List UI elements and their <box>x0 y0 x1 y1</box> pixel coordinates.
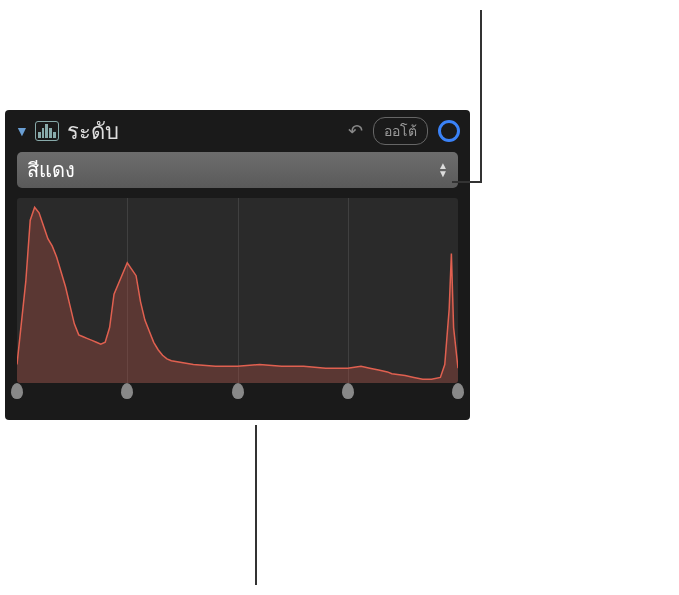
levels-slider-handle[interactable] <box>452 383 464 399</box>
auto-button[interactable]: ออโต้ <box>373 117 428 145</box>
callout-line <box>255 425 257 585</box>
levels-slider-track <box>17 387 458 407</box>
levels-slider-handle[interactable] <box>342 383 354 399</box>
levels-slider-handle[interactable] <box>232 383 244 399</box>
histogram-background <box>17 198 458 383</box>
callout-line <box>480 10 482 181</box>
levels-slider-handle[interactable] <box>11 383 23 399</box>
panel-title: ระดับ <box>67 114 119 149</box>
header-actions: ↶ ออโต้ <box>348 117 460 145</box>
channel-dropdown[interactable]: สีแดง ▲ ▼ <box>17 152 458 188</box>
disclosure-triangle-icon[interactable]: ▼ <box>15 123 29 139</box>
dropdown-arrows-icon: ▲ ▼ <box>438 162 448 178</box>
callout-line <box>452 181 482 183</box>
levels-slider-handle[interactable] <box>121 383 133 399</box>
panel-header: ▼ ระดับ ↶ ออโต้ <box>5 110 470 152</box>
enable-toggle[interactable] <box>438 120 460 142</box>
levels-icon <box>35 121 59 141</box>
histogram <box>17 198 458 383</box>
undo-icon[interactable]: ↶ <box>348 120 363 142</box>
dropdown-selected-label: สีแดง <box>27 154 75 186</box>
levels-panel: ▼ ระดับ ↶ ออโต้ สีแดง ▲ ▼ <box>5 110 470 420</box>
histogram-chart <box>17 198 458 383</box>
